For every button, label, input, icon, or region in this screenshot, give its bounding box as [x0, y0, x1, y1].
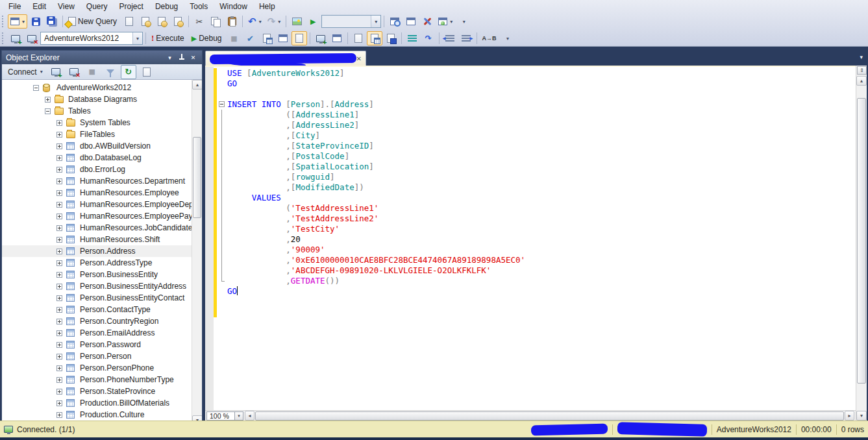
- connect-server-button[interactable]: [48, 65, 64, 79]
- tree-item[interactable]: HumanResources.EmployeeDepartmentHistory: [2, 199, 192, 210]
- expand-expander[interactable]: [45, 97, 51, 103]
- results-to-text-button[interactable]: [351, 31, 366, 45]
- code-line[interactable]: ,'0xE6100000010CAE8BFC28BCE4474067A89189…: [217, 255, 856, 265]
- menu-item-help[interactable]: Help: [253, 1, 281, 12]
- start-button[interactable]: ▶: [305, 14, 321, 29]
- splitter-button[interactable]: ⇕: [857, 66, 867, 75]
- menu-item-view[interactable]: View: [52, 1, 81, 12]
- increase-indent-button[interactable]: [458, 31, 474, 45]
- intellisense-button[interactable]: [291, 31, 307, 45]
- tree-item[interactable]: HumanResources.JobCandidate: [2, 222, 192, 234]
- pin-button[interactable]: [177, 53, 186, 62]
- panel-menu-button[interactable]: ▾: [165, 53, 175, 62]
- template-parameters-button[interactable]: A→B: [480, 31, 499, 45]
- code-line[interactable]: ,20: [217, 234, 856, 245]
- expand-expander[interactable]: [56, 132, 62, 138]
- new-window-button[interactable]: ▾: [8, 14, 27, 29]
- menu-item-file[interactable]: File: [3, 1, 27, 12]
- code-line[interactable]: GO: [217, 79, 856, 89]
- tree-item[interactable]: Person.Address: [2, 245, 192, 257]
- sql-editor[interactable]: USE [AdventureWorks2012]GOINSERT INTO [P…: [205, 66, 867, 410]
- expand-expander[interactable]: [56, 120, 62, 126]
- toolbar-grip[interactable]: [2, 16, 5, 27]
- collapse-expander[interactable]: [33, 85, 39, 91]
- tree-item[interactable]: Person.StateProvince: [2, 385, 192, 397]
- expand-expander[interactable]: [56, 365, 62, 371]
- tree-item[interactable]: Person.ContactType: [2, 304, 192, 315]
- results-to-file-button[interactable]: [383, 31, 399, 45]
- comment-lines-button[interactable]: [404, 31, 420, 45]
- expand-expander[interactable]: [56, 202, 62, 208]
- dmx-query-button[interactable]: [154, 14, 169, 29]
- refresh-button[interactable]: ↻: [121, 65, 136, 79]
- code-line[interactable]: ([AddressLine1]: [217, 110, 856, 120]
- menu-item-debug[interactable]: Debug: [149, 1, 184, 12]
- save-button[interactable]: [28, 14, 43, 29]
- uncomment-lines-button[interactable]: ↷: [421, 31, 436, 45]
- filter-button[interactable]: [103, 65, 118, 79]
- database-combobox[interactable]: AdventureWorks2012▾: [40, 32, 143, 45]
- debug-button[interactable]: ▶Debug: [189, 31, 226, 45]
- menu-item-tools[interactable]: Tools: [184, 1, 214, 12]
- expand-expander[interactable]: [56, 249, 62, 254]
- expand-expander[interactable]: [56, 284, 62, 289]
- new-query-button[interactable]: New Query: [66, 14, 121, 29]
- results-to-grid-button[interactable]: [367, 31, 382, 45]
- tree-item[interactable]: Person.PhoneNumberType: [2, 374, 192, 385]
- estimated-plan-button[interactable]: [259, 31, 275, 45]
- tools-button[interactable]: [419, 14, 435, 29]
- tree-item[interactable]: Tables: [2, 105, 192, 117]
- expand-expander[interactable]: [56, 389, 62, 395]
- menu-item-window[interactable]: Window: [214, 1, 253, 12]
- zoom-dropdown-button[interactable]: ▾: [235, 411, 243, 421]
- mdx-query-button[interactable]: [138, 14, 153, 29]
- tree-vertical-scrollbar[interactable]: ▴ ▾: [192, 80, 202, 435]
- menu-item-query[interactable]: Query: [81, 1, 114, 12]
- scrollbar-thumb[interactable]: [255, 411, 844, 421]
- xmla-query-button[interactable]: [170, 14, 186, 29]
- tree-item[interactable]: HumanResources.Department: [2, 175, 192, 187]
- toolbar-overflow-button[interactable]: ▾: [456, 14, 471, 29]
- scroll-right-icon[interactable]: ▸: [845, 411, 854, 421]
- tree-item[interactable]: Production.Culture: [2, 409, 192, 421]
- tree-item[interactable]: Database Diagrams: [2, 93, 192, 105]
- tree-item[interactable]: Person.BusinessEntity: [2, 269, 192, 280]
- script-button[interactable]: [139, 65, 155, 79]
- code-line[interactable]: ,'TestCity': [217, 224, 856, 234]
- expand-expander[interactable]: [56, 342, 62, 348]
- scroll-left-icon[interactable]: ◂: [245, 411, 254, 421]
- save-all-button[interactable]: [44, 14, 60, 29]
- expand-expander[interactable]: [56, 354, 62, 360]
- find-in-window-button[interactable]: [387, 14, 403, 29]
- tab-close-button[interactable]: ✕: [356, 55, 362, 62]
- client-statistics-button[interactable]: [329, 31, 345, 45]
- tree-item[interactable]: Person.PersonPhone: [2, 362, 192, 374]
- expand-expander[interactable]: [56, 272, 62, 278]
- tree-item[interactable]: Production.BillOfMaterials: [2, 397, 192, 409]
- secondary-combobox[interactable]: ▾: [321, 15, 381, 28]
- outline-collapse-box[interactable]: [217, 99, 227, 110]
- expand-expander[interactable]: [56, 330, 62, 336]
- tree-item[interactable]: Person.BusinessEntityAddress: [2, 280, 192, 292]
- object-explorer-titlebar[interactable]: Object Explorer ▾ ✕: [2, 51, 202, 64]
- tree-item[interactable]: HumanResources.Shift: [2, 234, 192, 245]
- tree-item[interactable]: Person.EmailAddress: [2, 327, 192, 339]
- undo-button[interactable]: ↶▾: [245, 14, 264, 29]
- tree-item[interactable]: System Tables: [2, 117, 192, 128]
- collapse-minus-icon[interactable]: [219, 101, 225, 107]
- expand-expander[interactable]: [56, 237, 62, 243]
- code-line[interactable]: ,[AddressLine2]: [217, 120, 856, 130]
- scrollbar-thumb[interactable]: [193, 137, 201, 218]
- connect-button[interactable]: Connect ▾: [5, 66, 45, 78]
- actual-plan-button[interactable]: [313, 31, 329, 45]
- paste-button[interactable]: [224, 14, 240, 29]
- code-line[interactable]: ,[StateProvinceID]: [217, 141, 856, 151]
- code-line[interactable]: ('TestAddressLine1': [217, 203, 856, 214]
- close-panel-button[interactable]: ✕: [188, 53, 198, 62]
- expand-expander[interactable]: [56, 143, 62, 149]
- redo-button[interactable]: ↷▾: [265, 14, 284, 29]
- tree-item[interactable]: Person.CountryRegion: [2, 315, 192, 327]
- code-line[interactable]: [217, 89, 856, 99]
- editor-horizontal-scrollbar[interactable]: ◂ ▸: [243, 411, 856, 421]
- code-line[interactable]: VALUES: [217, 193, 856, 203]
